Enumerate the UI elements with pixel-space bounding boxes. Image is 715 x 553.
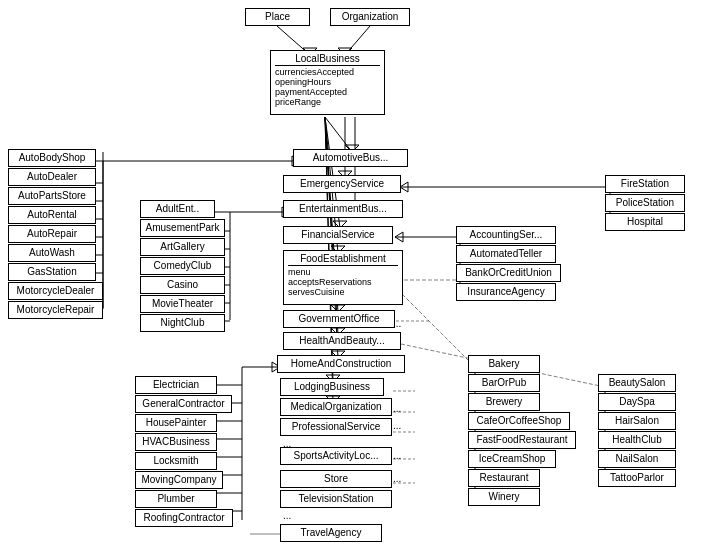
- box-autodealer: AutoDealer: [8, 168, 96, 186]
- box-movietheater: MovieTheater: [140, 295, 225, 313]
- box-autorepair: AutoRepair: [8, 225, 96, 243]
- box-automotivebus: AutomotiveBus...: [293, 149, 408, 167]
- box-beautysalon: BeautySalon: [598, 374, 676, 392]
- box-food-title: FoodEstablishment: [288, 253, 398, 266]
- box-comedyclub: ComedyClub: [140, 257, 225, 275]
- box-locksmith: Locksmith: [135, 452, 217, 470]
- box-brewery: Brewery: [468, 393, 540, 411]
- box-electrician: Electrician: [135, 376, 217, 394]
- dots-2: ...: [283, 510, 291, 521]
- box-automatedteller: AutomatedTeller: [456, 245, 556, 263]
- box-travelagency: TravelAgency: [280, 524, 382, 542]
- box-winery: Winery: [468, 488, 540, 506]
- svg-line-4: [325, 117, 352, 152]
- box-localbusiness: LocalBusiness currenciesAcceptedopeningH…: [270, 50, 385, 115]
- box-insuranceagency: InsuranceAgency: [456, 283, 556, 301]
- box-governmentoffice: GovernmentOffice: [283, 310, 395, 328]
- box-homeandconstruction: HomeAndConstruction: [277, 355, 405, 373]
- box-medicalorganization: MedicalOrganization: [280, 398, 392, 416]
- box-gasstation: GasStation: [8, 263, 96, 281]
- box-icecreamshop: IceCreamShop: [468, 450, 556, 468]
- l: AutoBodyShop: [19, 152, 86, 163]
- box-autorental: AutoRental: [8, 206, 96, 224]
- box-automotivebus-label: AutomotiveBus...: [313, 152, 389, 163]
- dots-3: ...: [393, 403, 401, 414]
- box-hvacbusiness: HVACBusiness: [135, 433, 217, 451]
- box-barorpub: BarOrPub: [468, 374, 540, 392]
- svg-marker-55: [395, 232, 403, 242]
- box-restaurant: Restaurant: [468, 469, 540, 487]
- dots-4: ...: [393, 420, 401, 431]
- box-bakery: Bakery: [468, 355, 540, 373]
- box-policestation: PoliceStation: [605, 194, 685, 212]
- box-firestation: FireStation: [605, 175, 685, 193]
- box-organization-label: Organization: [342, 11, 399, 22]
- box-generalcontractor: GeneralContractor: [135, 395, 232, 413]
- box-casino: Casino: [140, 276, 225, 294]
- box-accountingser: AccountingSer...: [456, 226, 556, 244]
- box-roofingcontractor: RoofingContractor: [135, 509, 233, 527]
- dots-5: ...: [393, 450, 401, 461]
- box-healthandbeauty: HealthAndBeauty...: [283, 332, 401, 350]
- box-foodestablishment: FoodEstablishment menuacceptsReservation…: [283, 250, 403, 305]
- dots-7: ...: [393, 318, 401, 329]
- box-dayspa: DaySpa: [598, 393, 676, 411]
- box-store: Store: [280, 470, 392, 488]
- svg-marker-39: [400, 182, 408, 192]
- box-place-label: Place: [265, 11, 290, 22]
- box-amusementpark: AmusementPark: [140, 219, 225, 237]
- box-fastfoodrestaurant: FastFoodRestaurant: [468, 431, 576, 449]
- box-motorcycledealer: MotorcycleDealer: [8, 282, 103, 300]
- box-adultent: AdultEnt..: [140, 200, 215, 218]
- box-nightclub: NightClub: [140, 314, 225, 332]
- box-place: Place: [245, 8, 310, 26]
- box-localbusiness-title: LocalBusiness: [275, 53, 380, 66]
- box-televisionstation: TelevisionStation: [280, 490, 392, 508]
- box-localbusiness-attrs: currenciesAcceptedopeningHourspaymentAcc…: [275, 67, 380, 107]
- box-autobodyshop: AutoBodyShop: [8, 149, 96, 167]
- box-emergencyservice: EmergencyService: [283, 175, 401, 193]
- box-financialservice: FinancialService: [283, 226, 393, 244]
- box-motorcyclerepair: MotorcycleRepair: [8, 301, 103, 319]
- box-bankorcreditunion: BankOrCreditUnion: [456, 264, 561, 282]
- dots-1: ...: [283, 438, 291, 449]
- box-plumber: Plumber: [135, 490, 217, 508]
- dots-6: ...: [393, 473, 401, 484]
- box-healthclub: HealthClub: [598, 431, 676, 449]
- box-sportsactivityloc: SportsActivityLoc...: [280, 447, 392, 465]
- svg-line-60: [398, 290, 475, 367]
- box-housepainter: HousePainter: [135, 414, 217, 432]
- box-lodgingbusiness: LodgingBusiness: [280, 378, 384, 396]
- box-professionalservice: ProfessionalService: [280, 418, 392, 436]
- box-cafeorcoffeeshop: CafeOrCoffeeShop: [468, 412, 570, 430]
- box-hairsalon: HairSalon: [598, 412, 676, 430]
- box-autopartsstore: AutoPartsStore: [8, 187, 96, 205]
- box-hospital: Hospital: [605, 213, 685, 231]
- box-artgallery: ArtGallery: [140, 238, 225, 256]
- box-tattooparlor: TattooParlor: [598, 469, 676, 487]
- box-entertainmentbus: EntertainmentBus...: [283, 200, 403, 218]
- box-organization: Organization: [330, 8, 410, 26]
- box-nailsalon: NailSalon: [598, 450, 676, 468]
- diagram-container: Place Organization LocalBusiness currenc…: [0, 0, 715, 553]
- box-autowash: AutoWash: [8, 244, 96, 262]
- box-movingcompany: MovingCompany: [135, 471, 223, 489]
